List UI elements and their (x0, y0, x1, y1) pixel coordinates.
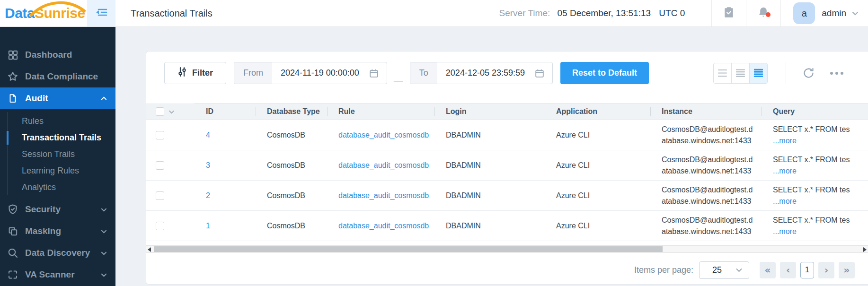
column-header-rule[interactable]: Rule (327, 104, 434, 120)
cell-login: DBADMIN (434, 181, 545, 211)
filter-button[interactable]: Filter (164, 62, 226, 84)
document-icon (7, 92, 19, 104)
next-page-button[interactable]: › (818, 262, 834, 278)
sidebar-item-audit[interactable]: Audit (0, 87, 115, 109)
date-range-separator: — (394, 69, 403, 92)
top-bar: DataSunrise Transactional Trails Server … (0, 0, 868, 27)
table-row: 1 CosmosDB database_audit_cosmosdb DBADM… (146, 211, 868, 241)
row-checkbox[interactable] (156, 131, 164, 139)
content-card: Filter From 2024-11-19 00:00:00 — To (146, 51, 868, 285)
select-all-cell (146, 104, 195, 120)
cell-login: DBADMIN (434, 120, 545, 150)
notifications-button[interactable] (746, 6, 780, 20)
column-header-application[interactable]: Application (545, 104, 650, 120)
current-page-button[interactable]: 1 (800, 262, 814, 278)
query-text: SELECT x.* FROM tes (773, 186, 850, 194)
sidebar-item-session-trails[interactable]: Session Trails (0, 146, 115, 163)
row-id-link[interactable]: 2 (206, 191, 210, 199)
density-loose-button[interactable] (713, 63, 732, 84)
sidebar-item-analytics[interactable]: Analytics (0, 179, 115, 196)
column-header-login[interactable]: Login (434, 104, 545, 120)
search-icon (7, 247, 19, 259)
calendar-icon[interactable] (534, 68, 545, 78)
cell-application: Azure CLI (545, 181, 650, 211)
column-header-database-type[interactable]: Database Type (256, 104, 327, 120)
refresh-button[interactable] (802, 67, 815, 79)
sidebar-item-rules[interactable]: Rules (0, 113, 115, 130)
sub-item-label: Session Trails (22, 149, 75, 159)
chevron-up-icon (101, 96, 107, 101)
table-row: 3 CosmosDB database_audit_cosmosdb DBADM… (146, 150, 868, 181)
logo[interactable]: DataSunrise (0, 0, 87, 26)
sidebar-item-label: Data Compliance (25, 71, 98, 82)
rule-link[interactable]: database_audit_cosmosdb (338, 222, 429, 230)
reset-to-default-button[interactable]: Reset to Default (560, 62, 649, 84)
cell-login: DBADMIN (434, 211, 545, 241)
row-id-link[interactable]: 1 (206, 222, 210, 230)
star-icon (7, 70, 19, 83)
row-checkbox[interactable] (156, 191, 164, 200)
date-from-field[interactable]: From 2024-11-19 00:00:00 (234, 62, 387, 84)
row-checkbox[interactable] (156, 222, 164, 230)
more-options-button[interactable] (830, 72, 843, 75)
divider (786, 62, 786, 84)
density-medium-button[interactable] (731, 63, 750, 84)
density-compact-button[interactable] (749, 63, 768, 84)
shield-icon (7, 203, 19, 216)
rule-link[interactable]: database_audit_cosmosdb (338, 131, 429, 139)
date-from-label: From (234, 62, 272, 84)
user-menu[interactable]: a admin (781, 2, 868, 24)
sidebar-item-security[interactable]: Security (0, 199, 115, 220)
grid-icon (7, 49, 19, 61)
cell-database-type: CosmosDB (256, 181, 327, 211)
row-id-link[interactable]: 3 (206, 161, 210, 169)
chevron-down-icon[interactable] (168, 107, 175, 116)
scroll-left-arrow[interactable] (148, 247, 151, 252)
date-to-label: To (410, 62, 437, 84)
sidebar-collapse-button[interactable] (87, 0, 115, 26)
sidebar-item-data-discovery[interactable]: Data Discovery (0, 242, 115, 264)
items-per-page-label: Items per page: (634, 265, 693, 275)
sidebar-item-dashboard[interactable]: Dashboard (0, 44, 115, 66)
query-text: SELECT x.* FROM tes (773, 216, 850, 224)
date-to-field[interactable]: To 2024-12-05 23:59:59 (410, 62, 553, 84)
row-checkbox[interactable] (156, 161, 164, 170)
scrollbar-thumb[interactable] (154, 246, 663, 252)
cell-instance: CosmosDB@auditlogtest.database.windows.n… (650, 150, 762, 181)
sidebar-item-data-compliance[interactable]: Data Compliance (0, 66, 115, 87)
items-per-page-select[interactable]: 25 (699, 261, 749, 279)
horizontal-scrollbar[interactable] (146, 245, 868, 253)
sidebar-item-va-scanner[interactable]: VA Scanner (0, 264, 115, 286)
column-header-instance[interactable]: Instance (650, 104, 762, 120)
row-id-link[interactable]: 4 (206, 131, 210, 139)
sub-item-label: Learning Rules (22, 166, 79, 176)
sidebar-item-transactional-trails[interactable]: Transactional Trails (0, 130, 115, 146)
sidebar-item-label: Masking (25, 226, 61, 236)
sidebar-item-masking[interactable]: Masking (0, 220, 115, 242)
query-more-link[interactable]: ...more (773, 197, 797, 205)
tasks-button[interactable] (712, 6, 746, 20)
cell-database-type: CosmosDB (256, 211, 327, 241)
query-text: SELECT x.* FROM tes (773, 125, 850, 133)
first-page-button[interactable]: « (760, 262, 776, 278)
column-header-id[interactable]: ID (195, 104, 256, 120)
sidebar: Dashboard Data Compliance Audit (0, 27, 115, 286)
query-text: SELECT x.* FROM tes (773, 156, 850, 164)
column-header-query[interactable]: Query (762, 104, 868, 120)
logo-text-sunrise: Sunrise (35, 5, 85, 21)
query-more-link[interactable]: ...more (773, 167, 797, 175)
rule-link[interactable]: database_audit_cosmosdb (338, 161, 429, 169)
pagination: Items per page: 25 « ‹ 1 › » (146, 253, 868, 285)
calendar-icon[interactable] (369, 68, 379, 78)
select-all-checkbox[interactable] (156, 107, 164, 116)
rule-link[interactable]: database_audit_cosmosdb (338, 191, 429, 199)
sidebar-item-learning-rules[interactable]: Learning Rules (0, 163, 115, 179)
server-time-value: 05 December, 13:51:13 (558, 8, 651, 18)
table-row: 2 CosmosDB database_audit_cosmosdb DBADM… (146, 181, 868, 211)
previous-page-button[interactable]: ‹ (780, 262, 796, 278)
last-page-button[interactable]: » (839, 262, 855, 278)
scroll-right-arrow[interactable] (863, 247, 867, 252)
query-more-link[interactable]: ...more (773, 137, 797, 145)
clipboard-check-icon (723, 6, 735, 20)
query-more-link[interactable]: ...more (773, 227, 797, 235)
